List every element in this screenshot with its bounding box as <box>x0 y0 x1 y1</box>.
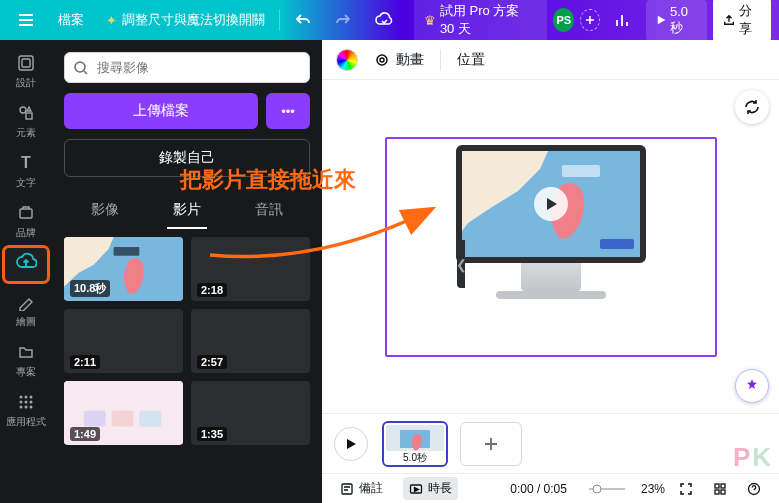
add-frame-button[interactable] <box>460 422 522 466</box>
file-menu[interactable]: 檔案 <box>50 7 92 33</box>
tab-audio[interactable]: 音訊 <box>239 191 299 229</box>
svg-rect-16 <box>114 247 140 256</box>
thumb-duration: 10.8秒 <box>70 280 110 297</box>
redo-button[interactable] <box>326 7 360 33</box>
video-thumb[interactable]: 2:57 <box>191 309 310 373</box>
video-thumb[interactable]: 2:11 <box>64 309 183 373</box>
search-icon <box>73 60 89 76</box>
svg-rect-18 <box>84 411 106 427</box>
svg-rect-34 <box>715 490 719 494</box>
svg-rect-32 <box>715 484 719 488</box>
position-button[interactable]: 位置 <box>457 51 485 69</box>
search-input[interactable] <box>95 59 301 76</box>
svg-rect-19 <box>112 411 134 427</box>
svg-rect-0 <box>19 56 33 70</box>
menu-button[interactable] <box>8 6 44 34</box>
rail-design[interactable]: 設計 <box>3 46 49 94</box>
share-button[interactable]: 分享 <box>713 0 771 42</box>
svg-rect-4 <box>20 209 32 218</box>
undo-button[interactable] <box>286 7 320 33</box>
svg-point-14 <box>75 62 85 72</box>
rail-projects[interactable]: 專案 <box>3 335 49 383</box>
tab-image[interactable]: 影像 <box>75 191 135 229</box>
resize-label: 調整尺寸與魔法切換開關 <box>122 11 265 29</box>
svg-rect-24 <box>562 165 600 177</box>
upload-more-button[interactable]: ••• <box>266 93 310 129</box>
tab-video[interactable]: 影片 <box>157 191 217 229</box>
svg-rect-3 <box>26 113 32 119</box>
status-time: 0:00 / 0:05 <box>510 482 567 496</box>
timeline-play-button[interactable] <box>334 427 368 461</box>
rail-uploads[interactable] <box>3 246 49 283</box>
frame-duration: 5.0秒 <box>403 451 427 465</box>
pro-label: 試用 Pro 方案 30 天 <box>440 2 537 38</box>
grid-view-icon[interactable] <box>707 479 733 499</box>
svg-point-9 <box>25 401 28 404</box>
svg-rect-33 <box>721 484 725 488</box>
svg-point-31 <box>593 485 601 493</box>
svg-point-7 <box>30 396 33 399</box>
animation-icon <box>374 52 390 68</box>
rail-brand[interactable]: 品牌 <box>3 196 49 244</box>
fullscreen-icon[interactable] <box>673 479 699 499</box>
regenerate-button[interactable] <box>735 90 769 124</box>
svg-point-11 <box>20 406 23 409</box>
timeline-frame[interactable]: 5.0秒 <box>382 421 448 467</box>
rail-text[interactable]: T文字 <box>3 146 49 194</box>
divider <box>279 9 280 31</box>
svg-rect-1 <box>22 59 30 67</box>
present-button[interactable]: 5.0秒 <box>646 0 707 41</box>
record-button[interactable]: 錄製自己 <box>64 139 310 177</box>
video-thumb[interactable]: 2:18 <box>191 237 310 301</box>
artboard[interactable] <box>385 137 717 357</box>
animation-button[interactable]: 動畫 <box>374 51 424 69</box>
svg-point-21 <box>377 55 387 65</box>
magic-button[interactable] <box>735 369 769 403</box>
analytics-icon[interactable] <box>606 7 640 33</box>
svg-point-6 <box>25 396 28 399</box>
invite-button[interactable] <box>580 9 599 31</box>
zoom-value: 23% <box>641 482 665 496</box>
resize-magic[interactable]: ✦調整尺寸與魔法切換開關 <box>98 7 273 33</box>
avatar[interactable]: PS <box>553 8 574 32</box>
status-duration[interactable]: 時長 <box>403 477 458 500</box>
svg-point-10 <box>30 401 33 404</box>
panel-collapse-handle[interactable]: ❮ <box>457 240 465 288</box>
rail-draw[interactable]: 繪圖 <box>3 285 49 333</box>
video-thumb[interactable]: 1:49 <box>64 381 183 445</box>
svg-point-22 <box>380 58 384 62</box>
svg-rect-35 <box>721 490 725 494</box>
zoom-slider-icon[interactable] <box>581 480 633 498</box>
rail-apps[interactable]: 應用程式 <box>3 385 49 433</box>
search-input-wrap[interactable] <box>64 52 310 83</box>
upload-button[interactable]: 上傳檔案 <box>64 93 258 129</box>
svg-point-12 <box>25 406 28 409</box>
svg-point-2 <box>20 107 26 113</box>
status-notes[interactable]: 備註 <box>334 477 389 500</box>
svg-point-5 <box>20 396 23 399</box>
video-thumb[interactable]: 1:35 <box>191 381 310 445</box>
present-time: 5.0秒 <box>670 4 697 37</box>
svg-rect-20 <box>139 411 161 427</box>
svg-point-13 <box>30 406 33 409</box>
video-play-button[interactable] <box>534 187 568 221</box>
try-pro-button[interactable]: ♛試用 Pro 方案 30 天 <box>414 0 547 42</box>
svg-point-8 <box>20 401 23 404</box>
svg-rect-28 <box>342 484 352 494</box>
color-picker[interactable] <box>336 49 358 71</box>
svg-rect-25 <box>600 239 634 249</box>
rail-elements[interactable]: 元素 <box>3 96 49 144</box>
cloud-sync-icon[interactable] <box>366 7 402 33</box>
share-label: 分享 <box>739 2 761 38</box>
help-icon[interactable] <box>741 479 767 499</box>
monitor-graphic <box>456 145 646 299</box>
video-thumb[interactable]: 10.8秒 <box>64 237 183 301</box>
